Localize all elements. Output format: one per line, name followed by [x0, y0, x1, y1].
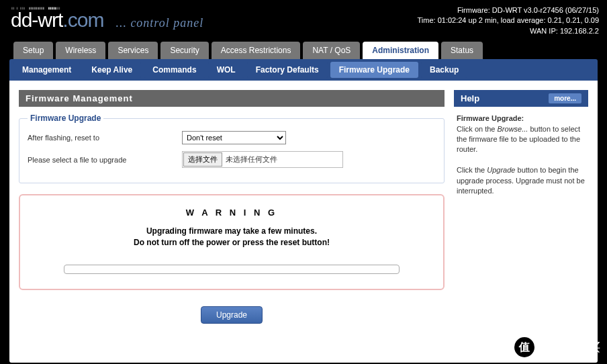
reset-label: After flashing, reset to: [28, 134, 182, 142]
warning-title: W A R N I N G: [28, 208, 435, 218]
tab-security[interactable]: Security: [160, 42, 208, 59]
logo: ▮▮ ▮ ▮▮▮ ▮▮▮▮▮▮▮▮▮ ▮▮▮▮▮▮▮ dd-wrt.com ..…: [11, 5, 203, 30]
help-title-bar: Help more...: [454, 90, 588, 107]
watermark-text: 什么值得买: [540, 339, 600, 355]
logo-text: dd-wrt.com: [11, 10, 103, 30]
watermark-icon: 值: [513, 336, 536, 359]
main-panel: Firmware Management Firmware Upgrade Aft…: [19, 90, 445, 353]
header: ▮▮ ▮ ▮▮▮ ▮▮▮▮▮▮▮▮▮ ▮▮▮▮▮▮▮ dd-wrt.com ..…: [0, 0, 607, 36]
tab-services[interactable]: Services: [108, 42, 158, 59]
status-info: Firmware: DD-WRT v3.0-r27456 (06/27/15) …: [418, 5, 600, 36]
subtab-commands[interactable]: Commands: [144, 62, 205, 78]
warning-box: W A R N I N G Upgrading firmware may tak…: [19, 194, 445, 290]
subtab-keep-alive[interactable]: Keep Alive: [83, 62, 141, 78]
tab-nat-qos[interactable]: NAT / QoS: [303, 42, 360, 59]
warning-text: Upgrading firmware may take a few minute…: [28, 226, 435, 248]
sub-tabs: ManagementKeep AliveCommandsWOLFactory D…: [9, 59, 598, 81]
firmware-upgrade-fieldset: Firmware Upgrade After flashing, reset t…: [19, 113, 445, 183]
help-title: Help: [461, 93, 479, 103]
help-panel: Help more... Firmware Upgrade: Click on …: [454, 90, 588, 353]
subtab-management[interactable]: Management: [13, 62, 80, 78]
file-browse-button[interactable]: 选择文件: [183, 152, 222, 167]
file-placeholder: 未选择任何文件: [223, 154, 277, 165]
subtab-backup[interactable]: Backup: [421, 62, 467, 78]
tab-status[interactable]: Status: [441, 42, 483, 59]
file-label: Please select a file to upgrade: [28, 156, 182, 164]
file-input[interactable]: 选择文件 未选择任何文件: [182, 151, 343, 168]
help-body: Firmware Upgrade: Click on the Browse...…: [454, 107, 588, 203]
logo-subtitle: ... control panel: [115, 16, 203, 30]
subtab-wol[interactable]: WOL: [208, 62, 244, 78]
subtab-firmware-upgrade[interactable]: Firmware Upgrade: [330, 62, 418, 78]
watermark: 值 什么值得买: [513, 336, 600, 359]
main-tabs: SetupWirelessServicesSecurityAccess Rest…: [0, 36, 607, 59]
upgrade-button[interactable]: Upgrade: [201, 306, 263, 324]
tab-setup[interactable]: Setup: [13, 42, 53, 59]
help-more-link[interactable]: more...: [549, 93, 581, 103]
help-heading: Firmware Upgrade:: [457, 114, 524, 122]
fieldset-legend: Firmware Upgrade: [28, 113, 103, 123]
tab-wireless[interactable]: Wireless: [56, 42, 105, 59]
progress-bar: [64, 265, 400, 274]
tab-administration[interactable]: Administration: [363, 42, 438, 59]
reset-select[interactable]: Don't reset: [182, 131, 286, 144]
subtab-factory-defaults[interactable]: Factory Defaults: [247, 62, 328, 78]
uptime-load: Time: 01:02:24 up 2 min, load average: 0…: [418, 15, 600, 26]
wan-ip: WAN IP: 192.168.2.2: [418, 26, 600, 36]
firmware-version: Firmware: DD-WRT v3.0-r27456 (06/27/15): [418, 5, 600, 15]
tab-access-restrictions[interactable]: Access Restrictions: [212, 42, 301, 59]
content: Firmware Management Firmware Upgrade Aft…: [9, 81, 598, 363]
section-title: Firmware Management: [19, 90, 445, 107]
